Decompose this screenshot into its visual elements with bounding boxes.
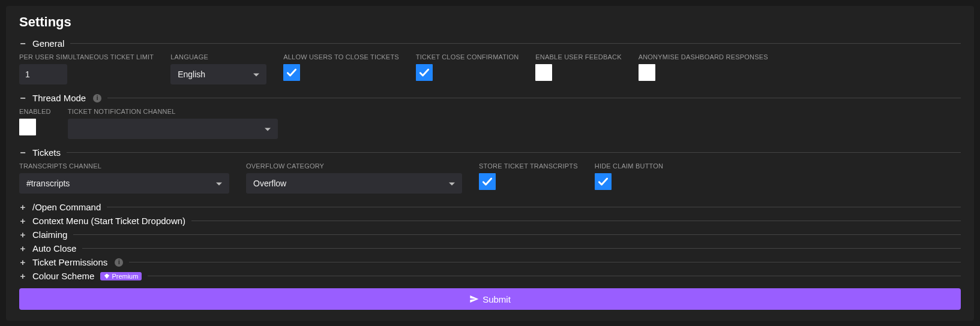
field-label: STORE TICKET TRANSCRIPTS [479, 162, 578, 170]
field-label: HIDE CLAIM BUTTON [595, 162, 663, 170]
divider [129, 262, 961, 262]
check-icon [418, 67, 430, 79]
section-body-tickets: TRANSCRIPTS CHANNEL #transcripts OVERFLO… [19, 162, 961, 194]
divider [67, 152, 961, 153]
submit-label: Submit [482, 294, 511, 304]
diamond-icon [104, 273, 110, 279]
page-title: Settings [19, 14, 961, 30]
ticket-limit-input[interactable] [19, 64, 67, 84]
field-label: ALLOW USERS TO CLOSE TICKETS [283, 53, 399, 61]
notif-channel-select[interactable] [68, 119, 278, 139]
field-anonymise: ANONYMISE DASHBOARD RESPONSES [639, 53, 768, 84]
field-label: PER USER SIMULTANEOUS TICKET LIMIT [19, 53, 154, 61]
section-title: Tickets [32, 147, 61, 158]
section-title: General [32, 38, 64, 49]
hide-claim-checkbox[interactable] [595, 173, 612, 190]
field-label: ANONYMISE DASHBOARD RESPONSES [639, 53, 768, 61]
section-body-general: PER USER SIMULTANEOUS TICKET LIMIT LANGU… [19, 53, 961, 84]
section-title: Colour Scheme [32, 271, 94, 281]
section-header-general[interactable]: − General [19, 38, 961, 49]
field-user-feedback: ENABLE USER FEEDBACK [535, 53, 621, 84]
info-icon[interactable]: i [93, 94, 101, 102]
expand-icon: + [19, 258, 26, 267]
field-thread-enabled: ENABLED [19, 108, 51, 139]
divider [73, 234, 961, 235]
section-title: Claiming [32, 230, 67, 240]
field-notif-channel: TICKET NOTIFICATION CHANNEL [68, 108, 278, 139]
anonymise-checkbox[interactable] [639, 64, 655, 81]
user-feedback-checkbox[interactable] [535, 64, 552, 81]
divider [107, 207, 961, 207]
section-header-claiming[interactable]: + Claiming [19, 230, 961, 240]
section-title: Thread Mode [32, 93, 86, 103]
field-label: ENABLE USER FEEDBACK [535, 53, 621, 61]
section-header-ticket-permissions[interactable]: + Ticket Permissions i [19, 257, 961, 267]
section-header-thread-mode[interactable]: − Thread Mode i [19, 93, 961, 103]
close-confirm-checkbox[interactable] [416, 64, 433, 81]
collapse-icon: − [19, 148, 26, 158]
paper-plane-icon [469, 294, 479, 304]
field-store-transcripts: STORE TICKET TRANSCRIPTS [479, 162, 578, 194]
section-header-tickets[interactable]: − Tickets [19, 147, 961, 158]
section-title: Auto Close [32, 243, 76, 253]
field-close-confirm: TICKET CLOSE CONFIRMATION [416, 53, 519, 84]
info-icon[interactable]: i [115, 258, 123, 267]
transcripts-channel-select[interactable]: #transcripts [19, 173, 229, 194]
check-icon [286, 67, 298, 79]
field-label: OVERFLOW CATEGORY [246, 162, 462, 170]
badge-label: Premium [112, 273, 138, 280]
expand-icon: + [19, 230, 26, 239]
store-transcripts-checkbox[interactable] [479, 173, 496, 190]
section-header-colour-scheme[interactable]: + Colour Scheme Premium [19, 271, 961, 281]
expand-icon: + [19, 271, 26, 280]
field-allow-close: ALLOW USERS TO CLOSE TICKETS [283, 53, 399, 84]
field-overflow-category: OVERFLOW CATEGORY Overflow [246, 162, 462, 194]
check-icon [481, 176, 493, 188]
field-label: TICKET NOTIFICATION CHANNEL [68, 108, 278, 115]
expand-icon: + [19, 244, 26, 253]
section-header-open-command[interactable]: + /Open Command [19, 202, 961, 212]
field-label: TICKET CLOSE CONFIRMATION [416, 53, 519, 61]
section-header-auto-close[interactable]: + Auto Close [19, 243, 961, 253]
submit-button[interactable]: Submit [19, 288, 961, 310]
premium-badge: Premium [100, 272, 142, 280]
section-title: Ticket Permissions [32, 257, 107, 267]
divider [70, 43, 961, 44]
section-title: Context Menu (Start Ticket Dropdown) [32, 216, 185, 226]
divider [191, 221, 961, 221]
collapse-icon: − [19, 39, 26, 49]
divider [107, 98, 961, 98]
section-title: /Open Command [32, 202, 101, 212]
expand-icon: + [19, 216, 26, 225]
section-body-thread-mode: ENABLED TICKET NOTIFICATION CHANNEL [19, 108, 961, 139]
field-label: TRANSCRIPTS CHANNEL [19, 162, 229, 170]
overflow-category-select[interactable]: Overflow [246, 173, 462, 194]
section-header-context-menu[interactable]: + Context Menu (Start Ticket Dropdown) [19, 216, 961, 226]
field-language: LANGUAGE English [170, 53, 266, 84]
field-label: ENABLED [19, 108, 51, 115]
allow-close-checkbox[interactable] [283, 64, 300, 81]
field-ticket-limit: PER USER SIMULTANEOUS TICKET LIMIT [19, 53, 154, 84]
divider [82, 248, 961, 249]
check-icon [597, 176, 609, 188]
language-select[interactable]: English [170, 64, 266, 84]
expand-icon: + [19, 203, 26, 212]
field-transcripts-channel: TRANSCRIPTS CHANNEL #transcripts [19, 162, 229, 194]
divider [148, 276, 961, 276]
settings-panel: Settings − General PER USER SIMULTANEOUS… [6, 6, 974, 321]
collapse-icon: − [19, 93, 26, 103]
field-label: LANGUAGE [170, 53, 266, 61]
thread-enabled-checkbox[interactable] [19, 119, 36, 135]
field-hide-claim: HIDE CLAIM BUTTON [595, 162, 663, 194]
